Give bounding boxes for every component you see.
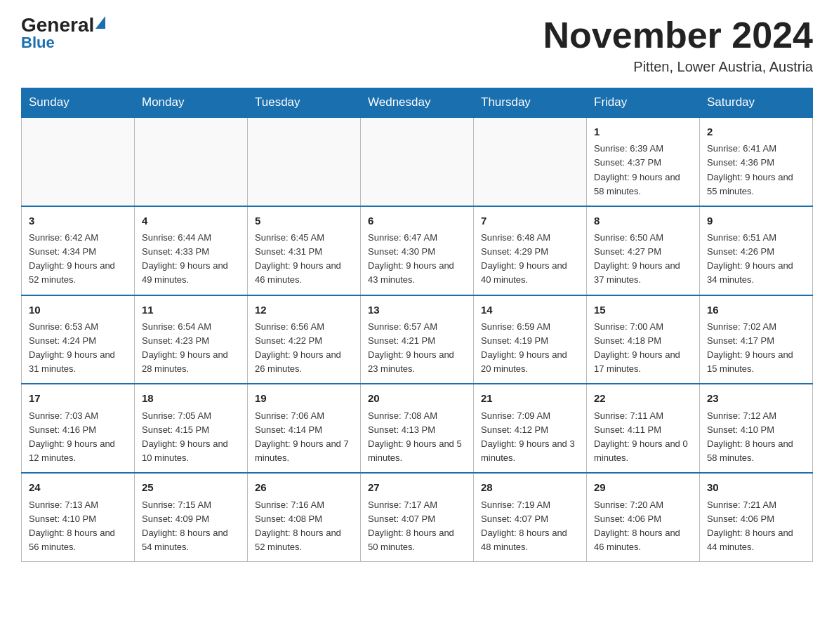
calendar-day-cell: 10Sunrise: 6:53 AMSunset: 4:24 PMDayligh… <box>22 295 135 384</box>
day-info: Sunrise: 7:19 AMSunset: 4:07 PMDaylight:… <box>481 498 579 555</box>
day-of-week-header: Friday <box>587 88 700 118</box>
day-number: 9 <box>707 213 805 229</box>
calendar-day-cell <box>474 117 587 206</box>
calendar-day-cell: 2Sunrise: 6:41 AMSunset: 4:36 PMDaylight… <box>700 117 813 206</box>
day-info: Sunrise: 7:16 AMSunset: 4:08 PMDaylight:… <box>255 498 353 555</box>
day-number: 5 <box>255 213 353 229</box>
calendar-day-cell: 30Sunrise: 7:21 AMSunset: 4:06 PMDayligh… <box>700 473 813 561</box>
day-of-week-header: Wednesday <box>361 88 474 118</box>
day-of-week-header: Sunday <box>22 88 135 118</box>
calendar-week-row: 3Sunrise: 6:42 AMSunset: 4:34 PMDaylight… <box>22 206 813 295</box>
calendar-header-row: SundayMondayTuesdayWednesdayThursdayFrid… <box>22 88 813 118</box>
day-number: 29 <box>594 479 692 495</box>
day-info: Sunrise: 7:03 AMSunset: 4:16 PMDaylight:… <box>29 409 127 466</box>
day-number: 26 <box>255 479 353 495</box>
day-number: 10 <box>29 302 127 318</box>
calendar-day-cell <box>248 117 361 206</box>
day-number: 22 <box>594 390 692 406</box>
day-info: Sunrise: 6:48 AMSunset: 4:29 PMDaylight:… <box>481 231 579 288</box>
day-number: 14 <box>481 302 579 318</box>
calendar-table: SundayMondayTuesdayWednesdayThursdayFrid… <box>21 88 813 562</box>
day-number: 7 <box>481 213 579 229</box>
calendar-day-cell: 13Sunrise: 6:57 AMSunset: 4:21 PMDayligh… <box>361 295 474 384</box>
day-info: Sunrise: 6:56 AMSunset: 4:22 PMDaylight:… <box>255 320 353 377</box>
calendar-day-cell: 11Sunrise: 6:54 AMSunset: 4:23 PMDayligh… <box>135 295 248 384</box>
calendar-day-cell: 28Sunrise: 7:19 AMSunset: 4:07 PMDayligh… <box>474 473 587 561</box>
calendar-day-cell: 3Sunrise: 6:42 AMSunset: 4:34 PMDaylight… <box>22 206 135 295</box>
calendar-day-cell: 18Sunrise: 7:05 AMSunset: 4:15 PMDayligh… <box>135 384 248 473</box>
day-number: 12 <box>255 302 353 318</box>
day-info: Sunrise: 7:13 AMSunset: 4:10 PMDaylight:… <box>29 498 127 555</box>
day-info: Sunrise: 7:12 AMSunset: 4:10 PMDaylight:… <box>707 409 805 466</box>
day-info: Sunrise: 7:17 AMSunset: 4:07 PMDaylight:… <box>368 498 466 555</box>
day-number: 18 <box>142 390 240 406</box>
day-number: 13 <box>368 302 466 318</box>
calendar-day-cell: 7Sunrise: 6:48 AMSunset: 4:29 PMDaylight… <box>474 206 587 295</box>
calendar-day-cell: 5Sunrise: 6:45 AMSunset: 4:31 PMDaylight… <box>248 206 361 295</box>
calendar-day-cell: 25Sunrise: 7:15 AMSunset: 4:09 PMDayligh… <box>135 473 248 561</box>
calendar-day-cell: 14Sunrise: 6:59 AMSunset: 4:19 PMDayligh… <box>474 295 587 384</box>
day-number: 20 <box>368 390 466 406</box>
day-number: 19 <box>255 390 353 406</box>
day-number: 24 <box>29 479 127 495</box>
day-info: Sunrise: 7:06 AMSunset: 4:14 PMDaylight:… <box>255 409 353 466</box>
calendar-day-cell: 9Sunrise: 6:51 AMSunset: 4:26 PMDaylight… <box>700 206 813 295</box>
day-info: Sunrise: 7:08 AMSunset: 4:13 PMDaylight:… <box>368 409 466 466</box>
calendar-day-cell: 20Sunrise: 7:08 AMSunset: 4:13 PMDayligh… <box>361 384 474 473</box>
day-info: Sunrise: 6:54 AMSunset: 4:23 PMDaylight:… <box>142 320 240 377</box>
day-info: Sunrise: 7:21 AMSunset: 4:06 PMDaylight:… <box>707 498 805 555</box>
calendar-week-row: 24Sunrise: 7:13 AMSunset: 4:10 PMDayligh… <box>22 473 813 561</box>
day-number: 28 <box>481 479 579 495</box>
logo: General Blue <box>21 14 105 52</box>
day-info: Sunrise: 7:00 AMSunset: 4:18 PMDaylight:… <box>594 320 692 377</box>
calendar-day-cell <box>22 117 135 206</box>
day-number: 11 <box>142 302 240 318</box>
day-info: Sunrise: 6:47 AMSunset: 4:30 PMDaylight:… <box>368 231 466 288</box>
day-number: 8 <box>594 213 692 229</box>
day-info: Sunrise: 6:53 AMSunset: 4:24 PMDaylight:… <box>29 320 127 377</box>
title-block: November 2024 Pitten, Lower Austria, Aus… <box>543 14 813 75</box>
calendar-day-cell: 6Sunrise: 6:47 AMSunset: 4:30 PMDaylight… <box>361 206 474 295</box>
day-number: 23 <box>707 390 805 406</box>
calendar-day-cell: 15Sunrise: 7:00 AMSunset: 4:18 PMDayligh… <box>587 295 700 384</box>
calendar-day-cell: 24Sunrise: 7:13 AMSunset: 4:10 PMDayligh… <box>22 473 135 561</box>
day-info: Sunrise: 7:05 AMSunset: 4:15 PMDaylight:… <box>142 409 240 466</box>
location-title: Pitten, Lower Austria, Austria <box>543 59 813 75</box>
day-number: 1 <box>594 123 692 140</box>
calendar-day-cell: 21Sunrise: 7:09 AMSunset: 4:12 PMDayligh… <box>474 384 587 473</box>
day-number: 16 <box>707 302 805 318</box>
calendar-week-row: 10Sunrise: 6:53 AMSunset: 4:24 PMDayligh… <box>22 295 813 384</box>
calendar-day-cell <box>361 117 474 206</box>
day-number: 21 <box>481 390 579 406</box>
calendar-day-cell: 26Sunrise: 7:16 AMSunset: 4:08 PMDayligh… <box>248 473 361 561</box>
day-of-week-header: Tuesday <box>248 88 361 118</box>
calendar-day-cell: 17Sunrise: 7:03 AMSunset: 4:16 PMDayligh… <box>22 384 135 473</box>
logo-blue-text: Blue <box>21 34 105 52</box>
calendar-day-cell: 19Sunrise: 7:06 AMSunset: 4:14 PMDayligh… <box>248 384 361 473</box>
calendar-day-cell: 23Sunrise: 7:12 AMSunset: 4:10 PMDayligh… <box>700 384 813 473</box>
calendar-day-cell: 12Sunrise: 6:56 AMSunset: 4:22 PMDayligh… <box>248 295 361 384</box>
day-of-week-header: Saturday <box>700 88 813 118</box>
day-info: Sunrise: 6:59 AMSunset: 4:19 PMDaylight:… <box>481 320 579 377</box>
day-number: 4 <box>142 213 240 229</box>
day-info: Sunrise: 6:41 AMSunset: 4:36 PMDaylight:… <box>707 142 805 199</box>
day-info: Sunrise: 6:42 AMSunset: 4:34 PMDaylight:… <box>29 231 127 288</box>
page-header: General Blue November 2024 Pitten, Lower… <box>21 14 813 75</box>
calendar-day-cell: 22Sunrise: 7:11 AMSunset: 4:11 PMDayligh… <box>587 384 700 473</box>
day-info: Sunrise: 7:09 AMSunset: 4:12 PMDaylight:… <box>481 409 579 466</box>
day-info: Sunrise: 7:20 AMSunset: 4:06 PMDaylight:… <box>594 498 692 555</box>
calendar-week-row: 1Sunrise: 6:39 AMSunset: 4:37 PMDaylight… <box>22 117 813 206</box>
calendar-day-cell: 29Sunrise: 7:20 AMSunset: 4:06 PMDayligh… <box>587 473 700 561</box>
calendar-day-cell: 27Sunrise: 7:17 AMSunset: 4:07 PMDayligh… <box>361 473 474 561</box>
calendar-day-cell: 1Sunrise: 6:39 AMSunset: 4:37 PMDaylight… <box>587 117 700 206</box>
day-number: 27 <box>368 479 466 495</box>
day-number: 30 <box>707 479 805 495</box>
day-of-week-header: Monday <box>135 88 248 118</box>
day-number: 25 <box>142 479 240 495</box>
day-info: Sunrise: 6:39 AMSunset: 4:37 PMDaylight:… <box>594 142 692 199</box>
month-title: November 2024 <box>543 14 813 56</box>
calendar-day-cell: 4Sunrise: 6:44 AMSunset: 4:33 PMDaylight… <box>135 206 248 295</box>
day-number: 17 <box>29 390 127 406</box>
day-of-week-header: Thursday <box>474 88 587 118</box>
day-number: 3 <box>29 213 127 229</box>
